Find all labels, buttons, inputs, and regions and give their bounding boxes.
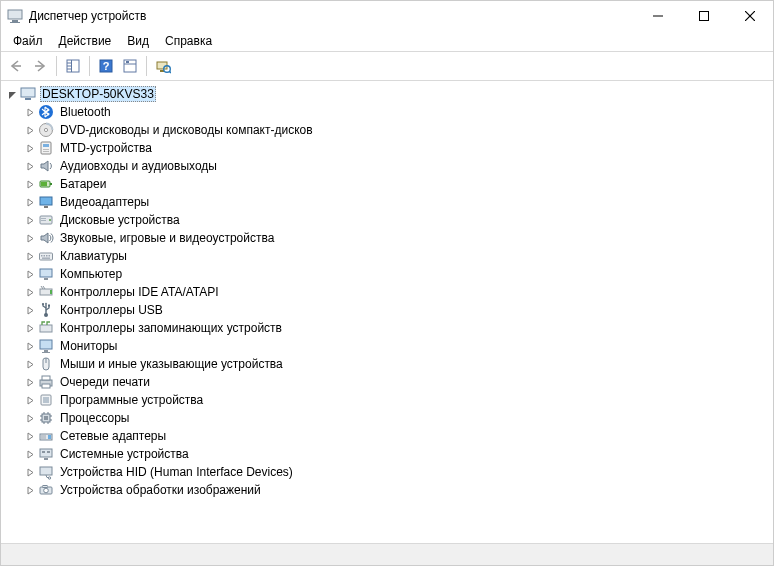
tree-category-label: MTD-устройства — [58, 140, 154, 156]
expander-closed-icon[interactable] — [23, 447, 38, 462]
toolbar-forward-button[interactable] — [29, 55, 51, 77]
computer-icon — [20, 86, 36, 102]
toolbar-scan-hardware-button[interactable] — [152, 55, 174, 77]
svg-rect-47 — [40, 269, 52, 277]
tree-category[interactable]: Сетевые адаптеры — [3, 427, 771, 445]
network-icon — [38, 428, 54, 444]
tree-category[interactable]: Программные устройства — [3, 391, 771, 409]
tree-category-label: Устройства обработки изображений — [58, 482, 263, 498]
tree-category-label: Процессоры — [58, 410, 132, 426]
toolbar-help-button[interactable]: ? — [95, 55, 117, 77]
menubar: Файл Действие Вид Справка — [1, 31, 773, 51]
tree-category[interactable]: Контроллеры запоминающих устройств — [3, 319, 771, 337]
toolbar-back-button[interactable] — [5, 55, 27, 77]
tree-category-label: Контроллеры запоминающих устройств — [58, 320, 284, 336]
expander-closed-icon[interactable] — [23, 213, 38, 228]
svg-rect-35 — [40, 197, 52, 205]
tree-category-label: Батареи — [58, 176, 108, 192]
minimize-button[interactable] — [635, 1, 681, 31]
tree-category[interactable]: Батареи — [3, 175, 771, 193]
tree-category[interactable]: Контроллеры IDE ATA/ATAPI — [3, 283, 771, 301]
software-icon — [38, 392, 54, 408]
svg-rect-87 — [43, 486, 47, 488]
tree-category[interactable]: MTD-устройства — [3, 139, 771, 157]
svg-rect-40 — [41, 220, 46, 221]
expander-closed-icon[interactable] — [23, 285, 38, 300]
expander-closed-icon[interactable] — [23, 195, 38, 210]
tree-category[interactable]: Клавиатуры — [3, 247, 771, 265]
expander-closed-icon[interactable] — [23, 357, 38, 372]
expander-closed-icon[interactable] — [23, 465, 38, 480]
toolbar-properties-button[interactable] — [119, 55, 141, 77]
tree-category[interactable]: Устройства обработки изображений — [3, 481, 771, 499]
tree-category-label: Контроллеры IDE ATA/ATAPI — [58, 284, 221, 300]
expander-closed-icon[interactable] — [23, 393, 38, 408]
expander-closed-icon[interactable] — [23, 483, 38, 498]
svg-rect-44 — [46, 255, 48, 257]
toolbar-show-hide-tree-button[interactable] — [62, 55, 84, 77]
display-icon — [38, 194, 54, 210]
svg-rect-55 — [40, 325, 52, 332]
mouse-icon — [38, 356, 54, 372]
sound-icon — [38, 230, 54, 246]
expander-closed-icon[interactable] — [23, 105, 38, 120]
svg-rect-64 — [43, 397, 49, 403]
tree-category[interactable]: Процессоры — [3, 409, 771, 427]
tree-category[interactable]: Дисковые устройства — [3, 211, 771, 229]
app-icon — [7, 8, 23, 24]
expander-closed-icon[interactable] — [23, 339, 38, 354]
audio-icon — [38, 158, 54, 174]
menu-action[interactable]: Действие — [51, 32, 120, 50]
expander-closed-icon[interactable] — [23, 375, 38, 390]
svg-rect-1 — [12, 20, 18, 22]
tree-category[interactable]: Компьютер — [3, 265, 771, 283]
menu-help[interactable]: Справка — [157, 32, 220, 50]
hid-icon — [38, 464, 54, 480]
tree-root[interactable]: DESKTOP-50KVS33 — [3, 85, 771, 103]
expander-closed-icon[interactable] — [23, 123, 38, 138]
expander-closed-icon[interactable] — [23, 321, 38, 336]
menu-view[interactable]: Вид — [119, 32, 157, 50]
svg-rect-39 — [41, 218, 46, 219]
svg-point-53 — [42, 303, 44, 305]
svg-rect-76 — [48, 435, 51, 439]
tree-category[interactable]: Мыши и иные указывающие устройства — [3, 355, 771, 373]
tree-category[interactable]: Звуковые, игровые и видеоустройства — [3, 229, 771, 247]
tree-category[interactable]: Bluetooth — [3, 103, 771, 121]
menu-file[interactable]: Файл — [5, 32, 51, 50]
expander-closed-icon[interactable] — [23, 267, 38, 282]
expander-closed-icon[interactable] — [23, 231, 38, 246]
svg-rect-43 — [44, 255, 46, 257]
expander-closed-icon[interactable] — [23, 141, 38, 156]
tree-category[interactable]: Очереди печати — [3, 373, 771, 391]
device-tree[interactable]: DESKTOP-50KVS33 BluetoothDVD-дисководы и… — [1, 81, 773, 543]
expander-closed-icon[interactable] — [23, 177, 38, 192]
tree-category[interactable]: Системные устройства — [3, 445, 771, 463]
svg-point-38 — [49, 219, 51, 221]
tree-category[interactable]: DVD-дисководы и дисководы компакт-дисков — [3, 121, 771, 139]
tree-category[interactable]: Аудиовходы и аудиовыходы — [3, 157, 771, 175]
close-button[interactable] — [727, 1, 773, 31]
svg-rect-66 — [44, 416, 48, 420]
expander-closed-icon[interactable] — [23, 303, 38, 318]
tree-category[interactable]: Контроллеры USB — [3, 301, 771, 319]
svg-text:?: ? — [103, 60, 110, 72]
maximize-button[interactable] — [681, 1, 727, 31]
svg-rect-62 — [42, 384, 50, 388]
tree-category-label: Очереди печати — [58, 374, 152, 390]
storage-ctrl-icon — [38, 320, 54, 336]
tree-category-label: Компьютер — [58, 266, 124, 282]
expander-closed-icon[interactable] — [23, 249, 38, 264]
tree-category[interactable]: Устройства HID (Human Interface Devices) — [3, 463, 771, 481]
expander-closed-icon[interactable] — [23, 411, 38, 426]
expander-closed-icon[interactable] — [23, 159, 38, 174]
expander-closed-icon[interactable] — [23, 429, 38, 444]
svg-rect-0 — [8, 10, 22, 19]
tree-category[interactable]: Мониторы — [3, 337, 771, 355]
expander-open-icon[interactable] — [5, 87, 20, 102]
tree-category-label: Программные устройства — [58, 392, 205, 408]
tree-category-label: Bluetooth — [58, 104, 113, 120]
statusbar — [1, 543, 773, 565]
svg-rect-48 — [44, 278, 48, 280]
tree-category[interactable]: Видеоадаптеры — [3, 193, 771, 211]
